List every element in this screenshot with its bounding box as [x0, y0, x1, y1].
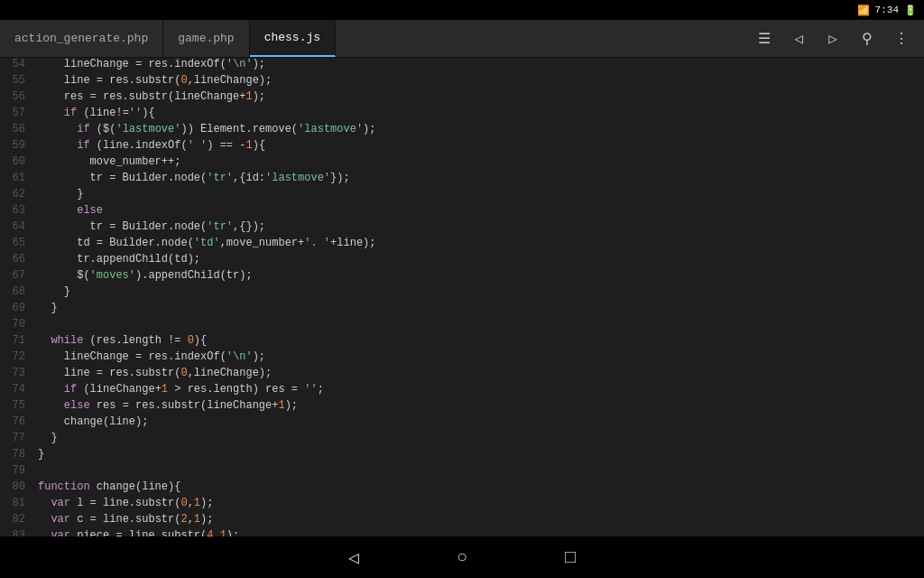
code-scroll-area[interactable]: 54 lineChange = res.indexOf('\n');55 lin… [0, 58, 924, 536]
recent-button[interactable]: □ [552, 539, 588, 575]
line-code: } [34, 285, 924, 302]
table-row: 61 tr = Builder.node('tr',{id:'lastmove'… [0, 172, 924, 188]
table-row: 71 while (res.length != 0){ [0, 334, 924, 350]
line-number: 58 [0, 123, 34, 139]
line-number: 64 [0, 220, 34, 237]
line-code: var piece = line.substr(4,1); [34, 529, 924, 536]
line-number: 54 [0, 58, 34, 74]
signal-icon: 📶 [857, 5, 870, 16]
line-code: else [34, 204, 924, 220]
line-code: line = res.substr(0,lineChange); [34, 367, 924, 383]
line-number: 55 [0, 74, 34, 90]
table-row: 73 line = res.substr(0,lineChange); [0, 367, 924, 383]
table-row: 56 res = res.substr(lineChange+1); [0, 90, 924, 107]
table-row: 77 } [0, 432, 924, 448]
menu-icon[interactable]: ☰ [749, 23, 780, 54]
line-number: 72 [0, 350, 34, 367]
table-row: 57 if (line!=''){ [0, 107, 924, 123]
line-code: } [34, 448, 924, 464]
line-number: 65 [0, 237, 34, 253]
line-number: 81 [0, 497, 34, 513]
forward-nav-icon[interactable]: ▷ [818, 23, 848, 54]
back-button[interactable]: ◁ [336, 539, 372, 575]
line-code: while (res.length != 0){ [34, 334, 924, 350]
table-row: 70 [0, 318, 924, 334]
line-code: lineChange = res.indexOf('\n'); [34, 58, 924, 74]
line-number: 80 [0, 480, 34, 497]
line-number: 66 [0, 253, 34, 269]
table-row: 76 change(line); [0, 415, 924, 432]
line-code: function change(line){ [34, 480, 924, 497]
line-number: 63 [0, 204, 34, 220]
table-row: 78} [0, 448, 924, 464]
line-code: } [34, 302, 924, 318]
line-code: var c = line.substr(2,1); [34, 513, 924, 529]
line-code: tr.appendChild(td); [34, 253, 924, 269]
tab-bar: action_generate.php game.php chess.js ☰ … [0, 20, 924, 58]
line-number: 60 [0, 155, 34, 172]
line-number: 70 [0, 318, 34, 334]
line-code: tr = Builder.node('tr',{}); [34, 220, 924, 237]
line-number: 75 [0, 399, 34, 415]
home-button[interactable]: ○ [444, 539, 480, 575]
table-row: 83 var piece = line.substr(4,1); [0, 529, 924, 536]
line-code: td = Builder.node('td',move_number+'. '+… [34, 237, 924, 253]
more-icon[interactable]: ⋮ [886, 23, 917, 54]
line-number: 77 [0, 432, 34, 448]
table-row: 58 if ($('lastmove')) Element.remove('la… [0, 123, 924, 139]
line-code: if ($('lastmove')) Element.remove('lastm… [34, 123, 924, 139]
search-icon[interactable]: ⚲ [852, 23, 882, 54]
line-number: 68 [0, 285, 34, 302]
table-row: 62 } [0, 188, 924, 204]
table-row: 81 var l = line.substr(0,1); [0, 497, 924, 513]
line-code: $('moves').appendChild(tr); [34, 269, 924, 285]
line-number: 61 [0, 172, 34, 188]
battery-icon: 🔋 [904, 5, 917, 16]
line-number: 69 [0, 302, 34, 318]
line-code: lineChange = res.indexOf('\n'); [34, 350, 924, 367]
line-code: tr = Builder.node('tr',{id:'lastmove'}); [34, 172, 924, 188]
line-number: 79 [0, 464, 34, 480]
line-code: if (line!=''){ [34, 107, 924, 123]
line-code: change(line); [34, 415, 924, 432]
line-number: 62 [0, 188, 34, 204]
line-number: 74 [0, 383, 34, 399]
table-row: 80function change(line){ [0, 480, 924, 497]
table-row: 82 var c = line.substr(2,1); [0, 513, 924, 529]
code-table: 54 lineChange = res.indexOf('\n');55 lin… [0, 58, 924, 536]
tab-action-generate[interactable]: action_generate.php [0, 20, 163, 57]
table-row: 66 tr.appendChild(td); [0, 253, 924, 269]
line-number: 56 [0, 90, 34, 107]
line-number: 59 [0, 139, 34, 155]
line-code: } [34, 188, 924, 204]
line-code: res = res.substr(lineChange+1); [34, 90, 924, 107]
table-row: 60 move_number++; [0, 155, 924, 172]
time-display: 7:34 [875, 5, 899, 15]
table-row: 55 line = res.substr(0,lineChange); [0, 74, 924, 90]
table-row: 79 [0, 464, 924, 480]
line-code: move_number++; [34, 155, 924, 172]
status-bar: 📶 7:34 🔋 [0, 0, 924, 20]
line-number: 67 [0, 269, 34, 285]
table-row: 68 } [0, 285, 924, 302]
line-number: 82 [0, 513, 34, 529]
line-code: line = res.substr(0,lineChange); [34, 74, 924, 90]
table-row: 74 if (lineChange+1 > res.length) res = … [0, 383, 924, 399]
tab-chess[interactable]: chess.js [250, 20, 336, 57]
table-row: 72 lineChange = res.indexOf('\n'); [0, 350, 924, 367]
code-editor: 54 lineChange = res.indexOf('\n');55 lin… [0, 58, 924, 536]
back-nav-icon[interactable]: ◁ [783, 23, 814, 54]
line-code: if (lineChange+1 > res.length) res = ''; [34, 383, 924, 399]
line-code [34, 318, 924, 334]
table-row: 65 td = Builder.node('td',move_number+'.… [0, 237, 924, 253]
table-row: 67 $('moves').appendChild(tr); [0, 269, 924, 285]
tab-game[interactable]: game.php [163, 20, 249, 57]
line-code [34, 464, 924, 480]
table-row: 59 if (line.indexOf(' ') == -1){ [0, 139, 924, 155]
line-code: else res = res.substr(lineChange+1); [34, 399, 924, 415]
navigation-bar: ◁ ○ □ [0, 536, 924, 578]
table-row: 69 } [0, 302, 924, 318]
line-number: 57 [0, 107, 34, 123]
line-number: 73 [0, 367, 34, 383]
table-row: 54 lineChange = res.indexOf('\n'); [0, 58, 924, 74]
